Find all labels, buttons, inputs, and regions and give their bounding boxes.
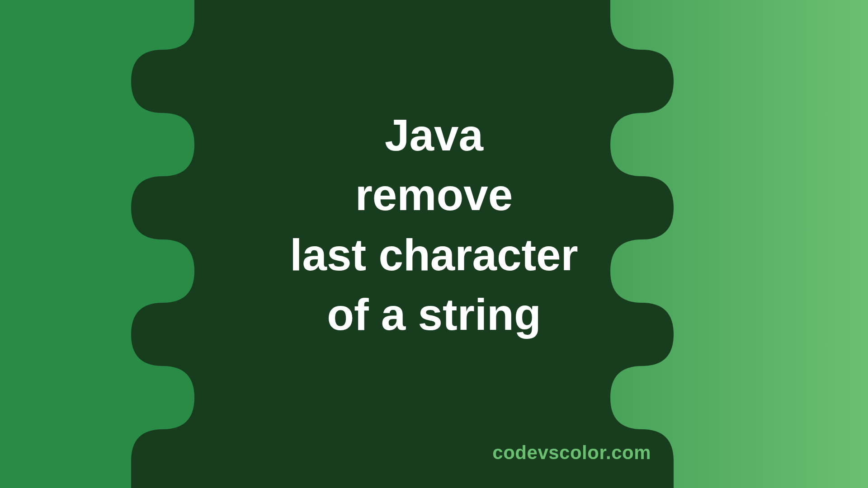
site-footer-text: codevscolor.com <box>492 442 651 464</box>
main-title: Java remove last character of a string <box>290 105 578 344</box>
